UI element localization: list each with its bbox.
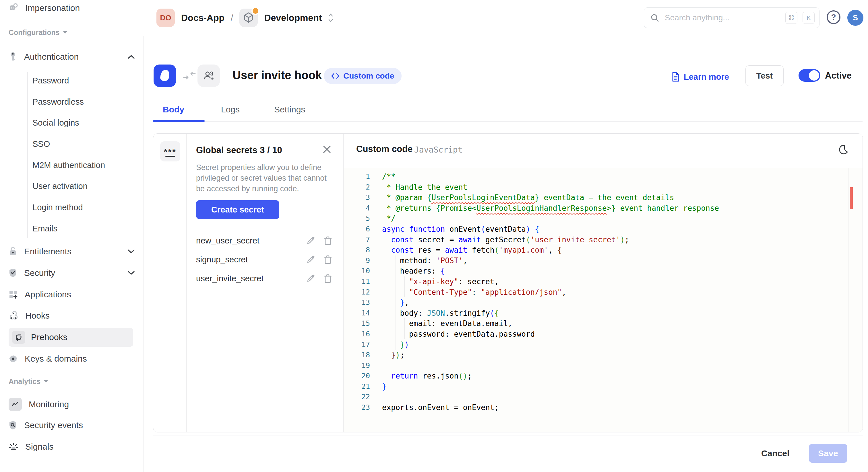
code-line[interactable]: async function onEvent(eventData) { — [382, 224, 845, 235]
line-number: 9 — [346, 256, 370, 266]
breadcrumb-environment[interactable]: Development — [264, 12, 322, 23]
code-line[interactable]: * @param {UserPoolsLoginEventData} event… — [382, 193, 845, 203]
sidebar-item-login-method[interactable]: Login method — [32, 200, 83, 214]
sidebar-item-label: Monitoring — [29, 400, 69, 409]
auth-submenu-rail — [27, 72, 28, 238]
sidebar-item-security-events[interactable]: Security events — [9, 418, 135, 432]
sidebar-section-analytics[interactable]: Analytics — [9, 376, 49, 386]
environment-switcher-icon[interactable] — [328, 13, 333, 23]
code-line[interactable]: * Handle the event — [382, 182, 845, 193]
line-number: 14 — [346, 308, 370, 318]
chevron-up-icon — [127, 55, 135, 59]
code-line[interactable]: const secret = await getSecret('user_inv… — [382, 235, 845, 245]
tab-logs[interactable]: Logs — [221, 101, 240, 118]
code-line[interactable]: const res = await fetch('myapi.com', { — [382, 245, 845, 256]
save-button[interactable]: Save — [809, 444, 847, 463]
delete-secret-icon[interactable] — [324, 255, 332, 264]
edit-secret-icon[interactable] — [307, 236, 315, 245]
tab-body[interactable]: Body — [163, 101, 184, 118]
delete-secret-icon[interactable] — [324, 236, 332, 245]
sidebar-item-m2m-authentication[interactable]: M2M authentication — [32, 158, 105, 172]
sidebar-item-signals[interactable]: Signals — [9, 440, 135, 453]
create-secret-button[interactable]: Create secret — [196, 200, 279, 219]
code-line[interactable]: method: 'POST', — [382, 256, 845, 266]
sidebar-item-label: Signals — [25, 442, 53, 452]
line-number: 20 — [346, 371, 370, 381]
topbar: DO Docs-App / Development ⌘ K ? S — [144, 0, 868, 36]
breadcrumb-separator: / — [231, 13, 233, 23]
close-icon[interactable] — [322, 144, 332, 154]
sidebar-item-prehooks[interactable]: Prehooks — [9, 328, 133, 347]
secret-row: user_invite_secret — [196, 269, 332, 288]
code-line[interactable] — [382, 361, 845, 371]
code-line[interactable]: }, — [382, 297, 845, 308]
sidebar-item-password[interactable]: Password — [32, 74, 69, 88]
line-number: 7 — [346, 235, 370, 245]
hook-logo — [154, 65, 176, 87]
sidebar-item-passwordless[interactable]: Passwordless — [32, 95, 84, 109]
code-line[interactable]: */ — [382, 213, 845, 224]
code-line[interactable]: /** — [382, 171, 845, 182]
sidebar-item-emails[interactable]: Emails — [32, 222, 57, 235]
sidebar-item-keys-domains[interactable]: Keys & domains — [9, 352, 135, 366]
line-number: 13 — [346, 297, 370, 308]
code-line[interactable]: password: eventData.password — [382, 329, 845, 339]
webhook-icon — [9, 311, 19, 320]
edit-secret-icon[interactable] — [307, 255, 315, 264]
code-line[interactable]: }); — [382, 350, 845, 361]
code-line[interactable]: } — [382, 381, 845, 392]
cancel-button[interactable]: Cancel — [761, 446, 789, 461]
grid-plus-icon — [9, 290, 18, 299]
search-bar[interactable]: ⌘ K — [644, 7, 819, 28]
active-toggle[interactable] — [799, 69, 820, 82]
sidebar-item-monitoring[interactable]: Monitoring — [9, 398, 135, 411]
sidebar-item-authentication[interactable]: Authentication — [9, 50, 135, 64]
environment-icon[interactable] — [239, 9, 258, 27]
avatar[interactable]: S — [847, 10, 863, 26]
lock-icon — [9, 247, 17, 256]
sidebar-item-hooks[interactable]: Hooks — [9, 309, 135, 323]
editor-scrollbar[interactable] — [848, 168, 849, 432]
sidebar-item-label: Hooks — [25, 311, 50, 321]
secret-row: new_user_secret — [196, 231, 332, 250]
app-badge[interactable]: DO — [156, 9, 175, 27]
learn-more-link[interactable]: Learn more — [672, 70, 729, 83]
line-number: 8 — [346, 245, 370, 256]
code-line[interactable]: "Content-Type": "application/json", — [382, 287, 845, 298]
sidebar: Impersonation Configurations Authenticat… — [0, 0, 144, 472]
code-line[interactable]: "x-api-key": secret, — [382, 276, 845, 287]
line-number: 3 — [346, 193, 370, 203]
sidebar-item-entitlements[interactable]: Entitlements — [9, 245, 135, 258]
code-line[interactable]: email: eventData.email, — [382, 318, 845, 329]
sidebar-item-security[interactable]: Security — [9, 266, 135, 280]
code-lines[interactable]: /** * Handle the event * @param {UserPoo… — [382, 171, 845, 413]
help-icon[interactable]: ? — [827, 10, 840, 24]
k-keycap: K — [803, 12, 815, 24]
code-line[interactable]: exports.onEvent = onEvent; — [382, 402, 845, 413]
delete-secret-icon[interactable] — [324, 274, 332, 283]
sidebar-item-sso[interactable]: SSO — [32, 137, 50, 151]
code-line[interactable]: body: JSON.stringify({ — [382, 308, 845, 318]
test-button[interactable]: Test — [745, 65, 784, 86]
secrets-icon[interactable]: *** — [160, 141, 180, 162]
code-line[interactable]: return res.json(); — [382, 371, 845, 381]
sidebar-item-social-logins[interactable]: Social logins — [32, 116, 79, 130]
sidebar-item-impersonation[interactable]: Impersonation — [9, 1, 135, 15]
tab-settings[interactable]: Settings — [274, 101, 305, 118]
code-editor[interactable]: 1234567891011121314151617181920212223 /*… — [344, 168, 863, 432]
indent-guide — [404, 276, 405, 297]
code-line[interactable]: headers: { — [382, 266, 845, 276]
code-line[interactable]: }) — [382, 339, 845, 350]
sidebar-item-user-activation[interactable]: User activation — [32, 179, 88, 193]
edit-secret-icon[interactable] — [307, 274, 315, 283]
sidebar-item-applications[interactable]: Applications — [9, 288, 135, 301]
search-input[interactable] — [664, 13, 780, 23]
sidebar-section-configurations[interactable]: Configurations — [9, 28, 68, 37]
sidebar-item-label: Authentication — [24, 52, 79, 62]
breadcrumb-app-name[interactable]: Docs-App — [181, 12, 224, 23]
code-line[interactable]: * @returns {Promise<UserPoolsLoginHandle… — [382, 203, 845, 214]
chart-line-icon — [9, 398, 22, 411]
dark-mode-icon[interactable] — [836, 143, 850, 157]
secret-name: new_user_secret — [196, 236, 259, 245]
code-line[interactable] — [382, 392, 845, 402]
